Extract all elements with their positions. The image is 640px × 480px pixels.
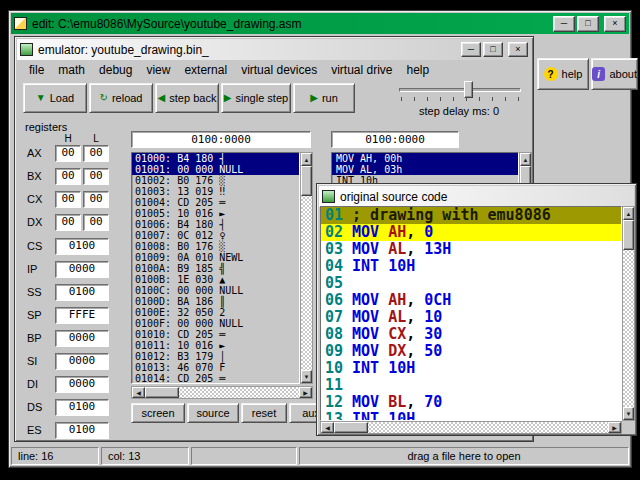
line-number: 11 [325,376,343,394]
status-spacer [191,447,297,465]
sp-value[interactable]: FFFE [55,307,109,324]
memory-row[interactable]: 0100F: 00 000 NULL [132,318,299,329]
dx-h-value[interactable]: 00 [55,214,81,231]
cx-h-value[interactable]: 00 [55,191,81,208]
single-step-button[interactable]: ▶single step [221,83,291,113]
scroll-down-arrow-icon[interactable]: ▼ [301,370,312,383]
step-back-button[interactable]: ◀step back [155,83,219,113]
reload-button[interactable]: ↻reload [89,83,153,113]
cs-value[interactable]: 0100 [55,238,109,255]
source-horizontal-scrollbar[interactable]: ◀▶ [320,421,622,434]
emulator-titlebar[interactable]: emulator: youtube_drawing.bin_ ─□× [17,39,531,60]
memory-row[interactable]: 01000: B4 180 ┤ [132,153,299,164]
memory-row[interactable]: 01002: B0 176 ░ [132,175,299,186]
maximize-button[interactable]: □ [483,42,503,57]
memory-row[interactable]: 0100A: B9 185 ╣ [132,263,299,274]
step-back-icon: ◀ [158,93,166,103]
scroll-up-arrow-icon[interactable]: ▲ [623,207,634,220]
memory-vertical-scrollbar[interactable]: ▲▼ [300,152,313,384]
close-icon: × [515,45,520,54]
memory-row[interactable]: 01014: CD 205 ═ [132,373,299,384]
Load-button[interactable]: ▼Load [23,83,87,113]
disassembly-row[interactable]: MOV AH, 00h [332,153,518,164]
minimize-icon: ─ [468,45,474,54]
scrollbar-thumb[interactable] [623,220,634,250]
memory-row[interactable]: 01011: 10 016 ► [132,340,299,351]
source-window-titlebar[interactable]: original source code [319,186,634,207]
ds-value[interactable]: 0100 [55,399,109,416]
edit-window-titlebar[interactable]: edit: C:\emu8086\MySource\youtube_drawin… [11,13,629,34]
scrollbar-thumb[interactable] [145,387,179,398]
step-delay-slider-thumb[interactable] [464,81,473,98]
close-button[interactable]: × [508,42,528,57]
ss-value[interactable]: 0100 [55,284,109,301]
menu-item-virtual-devices[interactable]: virtual devices [234,63,324,77]
scroll-up-arrow-icon[interactable]: ▲ [301,153,312,166]
toolbar-button-label: single step [236,92,289,104]
memory-row[interactable]: 01004: CD 205 ═ [132,197,299,208]
scroll-right-arrow-icon[interactable]: ▶ [299,387,312,398]
cx-l-value[interactable]: 00 [83,191,109,208]
menu-item-virtual-drive[interactable]: virtual drive [324,63,399,77]
screen-button[interactable]: screen [131,403,185,423]
memory-row[interactable]: 0100E: 32 050 2 [132,307,299,318]
reload-icon: ↻ [100,93,108,103]
memory-list[interactable]: 01000: B4 180 ┤01001: 00 000 NULL01002: … [131,152,300,384]
memory-horizontal-scrollbar[interactable]: ◀▶ [131,386,313,399]
memory-row[interactable]: 01013: 46 070 F [132,362,299,373]
dx-l-value[interactable]: 00 [83,214,109,231]
scroll-left-arrow-icon[interactable]: ◀ [132,387,145,398]
bx-l-value[interactable]: 00 [83,168,109,185]
sp-register-label: SP [27,309,53,321]
menu-item-help[interactable]: help [400,63,437,77]
step-delay-label: step delay ms: 0 [391,105,527,117]
minimize-button[interactable]: ─ [553,16,575,32]
menu-item-debug[interactable]: debug [92,63,139,77]
memory-row[interactable]: 01001: 00 000 NULL [132,164,299,175]
maximize-button[interactable]: □ [577,16,599,32]
memory-row[interactable]: 0100C: 00 000 NULL [132,285,299,296]
memory-row[interactable]: 01010: CD 205 ═ [132,329,299,340]
disassembly-row[interactable]: MOV AL, 03h [332,164,518,175]
bp-value[interactable]: 0000 [55,330,109,347]
menu-item-view[interactable]: view [139,63,177,77]
scrollbar-thumb[interactable] [334,422,368,433]
reset-button[interactable]: reset [241,403,287,423]
source-button[interactable]: source [187,403,239,423]
memory-address-input[interactable] [131,131,311,148]
menu-item-external[interactable]: external [177,63,234,77]
memory-row[interactable]: 0100D: BA 186 ║ [132,296,299,307]
memory-row[interactable]: 01012: B3 179 │ [132,351,299,362]
memory-row[interactable]: 01005: 10 016 ► [132,208,299,219]
source-line: 06MOV AH, 0CH [321,292,621,309]
close-button[interactable]: × [604,16,626,32]
scrollbar-thumb[interactable] [301,166,312,196]
scroll-right-arrow-icon[interactable]: ▶ [608,422,621,433]
bx-h-value[interactable]: 00 [55,168,81,185]
menu-item-math[interactable]: math [51,63,92,77]
memory-row[interactable]: 0100B: 1E 030 ▲ [132,274,299,285]
memory-row[interactable]: 01008: B0 176 ░ [132,241,299,252]
step-delay-slider-track[interactable] [399,88,521,92]
help-button[interactable]: ?help [537,58,589,90]
ax-h-value[interactable]: 00 [55,145,81,162]
source-vertical-scrollbar[interactable]: ▲▼ [622,206,635,421]
memory-row[interactable]: 01007: 0C 012 ♀ [132,230,299,241]
menu-item-file[interactable]: file [22,63,51,77]
scroll-down-arrow-icon[interactable]: ▼ [623,407,634,420]
run-button[interactable]: ▶run [293,83,355,113]
di-value[interactable]: 0000 [55,376,109,393]
ax-l-value[interactable]: 00 [83,145,109,162]
ip-value[interactable]: 0000 [55,261,109,278]
bp-register-label: BP [27,332,53,344]
es-value[interactable]: 0100 [55,422,109,439]
si-value[interactable]: 0000 [55,353,109,370]
memory-row[interactable]: 01003: 13 019 ‼ [132,186,299,197]
scroll-up-arrow-icon[interactable]: ▲ [520,153,531,166]
memory-row[interactable]: 01006: B4 180 ┤ [132,219,299,230]
scroll-left-arrow-icon[interactable]: ◀ [321,422,334,433]
minimize-button[interactable]: ─ [461,42,481,57]
disassembly-address-input[interactable] [331,131,459,148]
about-button[interactable]: iabout [591,58,638,90]
memory-row[interactable]: 01009: 0A 010 NEWL [132,252,299,263]
